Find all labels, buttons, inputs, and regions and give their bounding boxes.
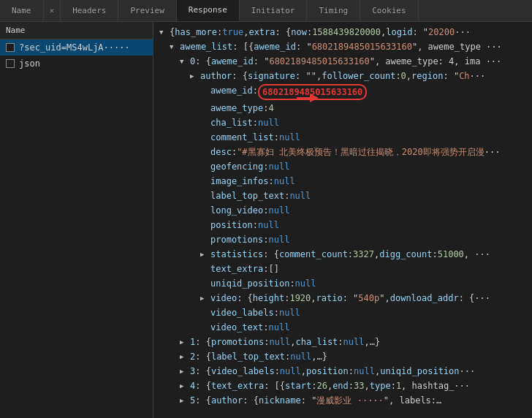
tab-name[interactable]: Name [0, 0, 44, 21]
item2-triangle[interactable] [180, 350, 190, 363]
video-labels-line: video_labels : null [153, 305, 532, 320]
item1-key: 1 [190, 335, 195, 349]
desc-line: desc : "#黑寡妇 北美终极预告！黑暗过往揭晓，2020即将强势开启漫 ·… [153, 145, 532, 159]
aweme-id-line: aweme_id : 6802189485015633160 [153, 83, 532, 101]
left-item-json-label: json [19, 58, 40, 69]
left-panel-header: Name [0, 22, 153, 39]
json-root-line: { has_more : true , extra : { now : 1588… [153, 25, 532, 39]
right-panel[interactable]: { has_more : true , extra : { now : 1588… [153, 22, 532, 418]
image-infos-line: image_infos : null [153, 174, 532, 189]
item3-key: 3 [190, 365, 195, 378]
aweme-list-line: aweme_list : [{ aweme_id : " 68021894850… [153, 39, 532, 54]
item5-key: 5 [190, 394, 195, 407]
video-labels-key: video_labels [210, 306, 274, 319]
tab-timing[interactable]: Timing [307, 0, 360, 21]
video-line: video : { height : 1920 , ratio : " 540p… [153, 291, 532, 305]
uniqid-position-value: null [295, 277, 316, 290]
item1-triangle[interactable] [180, 335, 190, 349]
video-triangle[interactable] [200, 292, 210, 305]
left-panel-title: Name [6, 26, 26, 35]
desc-value: "#黑寡妇 北美终极预告！黑暗过往揭晓，2020即将强势开启漫 [237, 145, 484, 159]
statistics-triangle[interactable] [200, 248, 210, 261]
label-top-text-value: null [289, 189, 311, 202]
position-value: null [258, 218, 279, 232]
item2-key: 2 [190, 350, 195, 363]
aweme-list-triangle[interactable] [170, 40, 180, 53]
item2-line: 2 : { label_top_text : null ,…} [153, 349, 532, 364]
left-item-sec-uid-label: ?sec_uid=MS4wLjA····· [19, 42, 130, 53]
tab-preview[interactable]: Preview [118, 0, 176, 21]
cha-list-line: cha_list : null [153, 115, 532, 130]
tab-close-btn[interactable]: × [44, 0, 61, 21]
comment-list-key: comment_list [210, 131, 274, 144]
item1-line: 1 : { promotions : null , cha_list : nul… [153, 335, 532, 349]
cha-list-value: null [258, 116, 279, 129]
geofencing-key: geofencing [210, 160, 263, 173]
author-key: author [200, 69, 232, 83]
video-text-line: video_text : null [153, 320, 532, 335]
tab-bar: Name × Headers Preview Response Initiato… [0, 0, 532, 22]
text-extra-key: text_extra [210, 262, 263, 276]
long-video-value: null [268, 204, 289, 217]
left-item-sec-uid[interactable]: ?sec_uid=MS4wLjA····· [0, 39, 153, 56]
cha-list-key: cha_list [210, 116, 253, 129]
video-labels-value: null [279, 306, 300, 319]
image-infos-value: null [274, 175, 295, 188]
main-content: Name ?sec_uid=MS4wLjA····· json [0, 22, 532, 418]
item0-line: 0 : { aweme_id : " 6802189485015633160 "… [153, 54, 532, 69]
left-item-json[interactable]: json [0, 56, 153, 72]
author-line: author : { signature : " ", follower_cou… [153, 69, 532, 83]
item0-triangle[interactable] [180, 55, 190, 68]
aweme-type-line: aweme_type : 4 [153, 101, 532, 115]
left-panel: Name ?sec_uid=MS4wLjA····· json [0, 22, 153, 418]
tab-name-label: Name [12, 6, 31, 15]
item4-key: 4 [190, 379, 195, 392]
checkbox-json[interactable] [6, 59, 15, 68]
promotions-key: promotions [210, 233, 263, 246]
aweme-id-key: aweme_id [210, 84, 253, 97]
item3-line: 3 : { video_labels : null , position : n… [153, 364, 532, 379]
uniqid-position-line: uniqid_position : null [153, 276, 532, 291]
text-extra-value: [] [268, 262, 278, 276]
statistics-key: statistics [210, 248, 263, 261]
aweme-type-key: aweme_type [210, 102, 263, 115]
tab-response[interactable]: Response [177, 0, 240, 21]
aweme-type-value: 4 [268, 102, 273, 115]
long-video-key: long_video [210, 204, 263, 217]
text-extra-line: text_extra : [] [153, 262, 532, 276]
uniqid-position-key: uniqid_position [210, 277, 289, 290]
comment-list-value: null [279, 131, 300, 144]
geofencing-value: null [268, 160, 289, 173]
label-top-text-key: label_top_text [210, 189, 284, 202]
video-text-value: null [268, 321, 289, 334]
item4-triangle[interactable] [180, 379, 190, 392]
promotions-value: null [268, 233, 289, 246]
item4-line: 4 : { text_extra : [{ start : 26 , end :… [153, 379, 532, 393]
item3-triangle[interactable] [180, 365, 190, 378]
comment-list-line: comment_list : null [153, 130, 532, 145]
statistics-line: statistics : { comment_count : 3327 , di… [153, 247, 532, 262]
label-top-text-line: label_top_text : null [153, 189, 532, 203]
checkbox-sec-uid[interactable] [6, 43, 15, 52]
aweme-id-value: 6802189485015633160 [258, 84, 367, 100]
author-triangle[interactable] [190, 69, 200, 83]
root-triangle[interactable] [159, 26, 170, 39]
promotions-line: promotions : null [153, 232, 532, 247]
image-infos-key: image_infos [210, 175, 268, 188]
tab-cookies[interactable]: Cookies [360, 0, 418, 21]
item5-triangle[interactable] [180, 394, 190, 407]
video-text-key: video_text [210, 321, 263, 334]
position-line: position : null [153, 218, 532, 232]
geofencing-line: geofencing : null [153, 159, 532, 174]
tab-initiator[interactable]: Initiator [240, 0, 308, 21]
video-key: video [210, 292, 237, 305]
position-key: position [210, 218, 253, 232]
desc-key: desc [210, 145, 232, 159]
long-video-line: long_video : null [153, 203, 532, 218]
item5-line: 5 : { author : { nickname : " 漫威影业 ·····… [153, 393, 532, 408]
tab-headers[interactable]: Headers [61, 0, 118, 21]
